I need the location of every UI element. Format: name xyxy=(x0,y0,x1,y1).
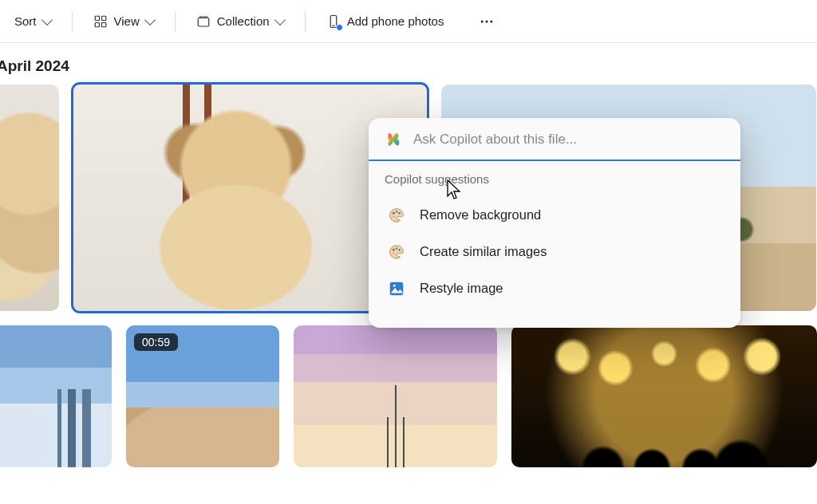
svg-rect-4 xyxy=(198,18,209,26)
copilot-suggestion-restyle-image[interactable]: Restyle image xyxy=(385,270,724,307)
phone-add-icon xyxy=(326,14,341,29)
svg-rect-0 xyxy=(95,16,99,20)
copilot-suggestion-create-similar[interactable]: Create similar images xyxy=(385,234,724,270)
svg-point-14 xyxy=(393,248,395,250)
view-label: View xyxy=(114,14,140,28)
svg-point-19 xyxy=(393,284,396,286)
grid-view-icon xyxy=(93,14,108,29)
suggestion-label: Restyle image xyxy=(420,281,503,296)
suggestion-label: Remove background xyxy=(420,207,541,222)
add-phone-label: Add phone photos xyxy=(347,14,444,28)
svg-rect-3 xyxy=(101,22,105,26)
collection-label: Collection xyxy=(217,14,270,28)
copilot-prompt-input[interactable] xyxy=(413,132,724,148)
suggestion-label: Create similar images xyxy=(420,244,547,259)
section-date-heading: April 2024 xyxy=(0,43,817,85)
view-button[interactable]: View xyxy=(84,10,164,33)
copilot-suggestions-heading: Copilot suggestions xyxy=(385,172,724,186)
photo-thumbnail[interactable] xyxy=(511,325,817,467)
chevron-down-icon xyxy=(146,18,154,24)
mouse-cursor-icon xyxy=(446,179,462,201)
svg-point-16 xyxy=(398,248,401,250)
sort-button[interactable]: Sort xyxy=(5,10,61,33)
toolbar-separator xyxy=(175,11,176,32)
svg-rect-2 xyxy=(95,22,99,26)
copilot-input-row xyxy=(369,118,740,159)
photo-row-2: 00:59 xyxy=(0,325,817,467)
sort-label: Sort xyxy=(14,14,37,28)
collection-button[interactable]: Collection xyxy=(187,10,294,33)
copilot-popover: Copilot suggestions Remove background Cr… xyxy=(369,118,740,328)
video-duration-badge: 00:59 xyxy=(134,333,178,351)
toolbar: Sort View Collection Add xyxy=(0,0,817,43)
svg-rect-18 xyxy=(390,282,404,295)
svg-point-15 xyxy=(396,247,398,250)
photo-thumbnail[interactable] xyxy=(0,85,59,311)
photo-thumbnail[interactable] xyxy=(294,325,497,467)
palette-icon xyxy=(388,243,405,261)
svg-point-12 xyxy=(398,211,401,214)
copilot-logo-icon xyxy=(385,131,402,148)
chevron-down-icon xyxy=(276,18,284,24)
toolbar-separator xyxy=(72,11,73,32)
palette-icon xyxy=(388,207,405,224)
copilot-suggestion-remove-background[interactable]: Remove background xyxy=(385,197,724,234)
collection-icon xyxy=(196,14,211,29)
video-thumbnail[interactable]: 00:59 xyxy=(126,325,279,467)
picture-icon xyxy=(388,280,405,297)
add-phone-photos-button[interactable]: Add phone photos xyxy=(317,10,454,33)
svg-point-8 xyxy=(486,20,488,22)
svg-point-9 xyxy=(491,20,493,22)
svg-point-7 xyxy=(481,20,483,22)
chevron-down-icon xyxy=(43,18,51,24)
photo-thumbnail[interactable] xyxy=(0,325,112,467)
svg-rect-1 xyxy=(101,16,105,20)
toolbar-separator xyxy=(305,11,306,32)
svg-point-10 xyxy=(393,211,395,214)
svg-point-11 xyxy=(396,211,398,213)
more-options-button[interactable] xyxy=(469,9,504,34)
svg-point-17 xyxy=(393,252,395,254)
ellipsis-icon xyxy=(479,14,495,30)
svg-point-13 xyxy=(393,215,395,218)
